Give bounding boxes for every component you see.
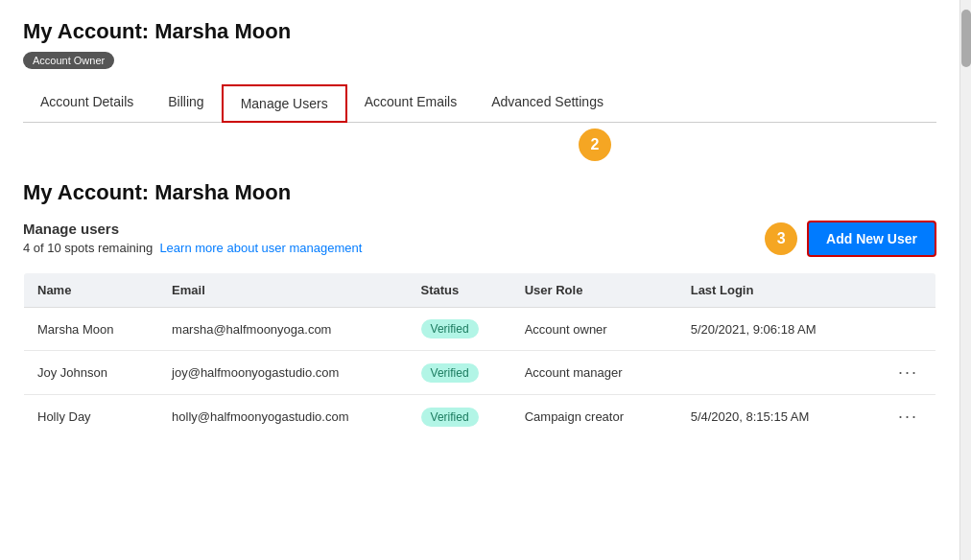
cell-role: Account owner: [511, 308, 677, 351]
tab-advanced-settings[interactable]: Advanced Settings: [474, 84, 621, 123]
verified-badge: Verified: [421, 319, 479, 338]
cell-last-login: 5/4/2020, 8:15:15 AM: [677, 395, 885, 439]
cell-email: holly@halfmoonyogastudio.com: [158, 395, 408, 439]
tab-account-details[interactable]: Account Details: [23, 84, 151, 123]
cell-status: Verified: [408, 308, 511, 351]
col-header-role: User Role: [511, 273, 677, 308]
table-row: Holly Day holly@halfmoonyogastudio.com V…: [24, 395, 936, 439]
col-header-name: Name: [24, 273, 159, 308]
scrollbar-track[interactable]: [959, 0, 971, 560]
step-2-circle: 2: [579, 128, 611, 161]
tab-billing[interactable]: Billing: [151, 84, 221, 123]
tab-account-emails[interactable]: Account Emails: [347, 84, 474, 123]
step-3-circle: 3: [765, 222, 797, 255]
cell-email: joy@halfmoonyogastudio.com: [158, 351, 408, 395]
cell-name: Marsha Moon: [24, 308, 159, 351]
step-2-indicator: 2: [23, 128, 936, 161]
section-title: My Account: Marsha Moon: [23, 180, 936, 205]
table-row: Marsha Moon marsha@halfmoonyoga.com Veri…: [24, 308, 936, 351]
cell-status: Verified: [408, 395, 511, 439]
cell-name: Joy Johnson: [24, 351, 159, 395]
spots-text: 4 of 10 spots remaining: [23, 241, 153, 255]
verified-badge: Verified: [421, 363, 479, 383]
cell-actions[interactable]: ···: [885, 351, 936, 395]
col-header-last-login: Last Login: [677, 273, 885, 308]
spots-remaining: 4 of 10 spots remaining Learn more about…: [23, 241, 362, 255]
verified-badge: Verified: [421, 408, 479, 427]
col-header-actions: [885, 273, 936, 308]
cell-role: Campaign creator: [511, 395, 677, 439]
cell-role: Account manager: [511, 351, 677, 395]
cell-actions: [885, 308, 936, 351]
account-owner-badge: Account Owner: [23, 52, 114, 69]
page-title: My Account: Marsha Moon: [23, 19, 936, 44]
cell-last-login: [677, 351, 885, 395]
users-table: Name Email Status User Role Last Login M…: [23, 272, 936, 439]
tabs-navigation: Account Details Billing Manage Users Acc…: [23, 84, 936, 123]
manage-users-info: Manage users 4 of 10 spots remaining Lea…: [23, 221, 362, 255]
table-body: Marsha Moon marsha@halfmoonyoga.com Veri…: [24, 308, 936, 439]
cell-actions[interactable]: ···: [885, 395, 936, 439]
cell-last-login: 5/20/2021, 9:06:18 AM: [677, 308, 885, 351]
scrollbar-thumb[interactable]: [961, 10, 971, 67]
table-header: Name Email Status User Role Last Login: [24, 273, 936, 308]
more-options-icon[interactable]: ···: [898, 362, 918, 382]
col-header-status: Status: [408, 273, 511, 308]
more-options-icon[interactable]: ···: [898, 407, 918, 426]
cell-status: Verified: [408, 351, 511, 395]
learn-more-link[interactable]: Learn more about user management: [159, 241, 362, 255]
manage-users-heading: Manage users: [23, 221, 362, 237]
cell-name: Holly Day: [24, 395, 159, 439]
table-row: Joy Johnson joy@halfmoonyogastudio.com V…: [24, 351, 936, 395]
add-new-user-button[interactable]: Add New User: [807, 221, 936, 257]
add-user-wrapper: 3 Add New User: [765, 221, 936, 257]
tab-manage-users[interactable]: Manage Users: [222, 84, 347, 123]
cell-email: marsha@halfmoonyoga.com: [158, 308, 408, 351]
col-header-email: Email: [158, 273, 408, 308]
manage-users-bar: Manage users 4 of 10 spots remaining Lea…: [23, 221, 936, 257]
